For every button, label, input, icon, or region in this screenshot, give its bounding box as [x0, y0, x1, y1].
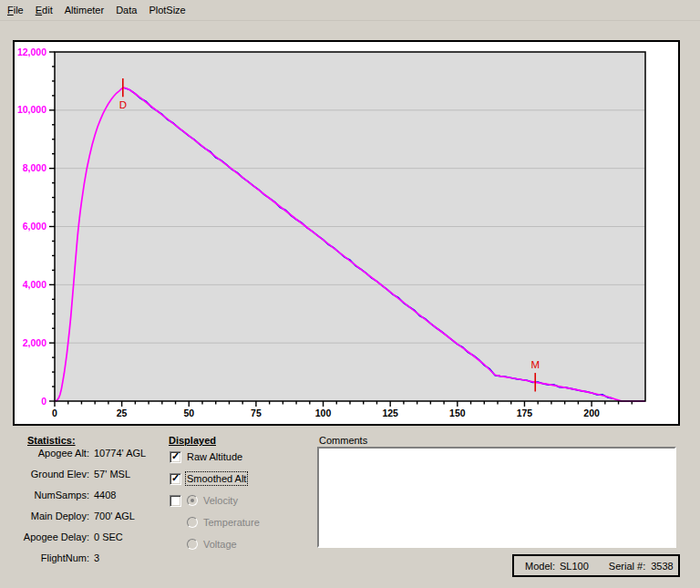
menu-bar: File Edit Altimeter Data PlotSize	[0, 0, 700, 21]
svg-text:D: D	[119, 99, 127, 110]
svg-text:M: M	[530, 359, 540, 370]
displayed-title: Displayed	[169, 435, 216, 446]
voltage-radio-icon[interactable]	[187, 539, 198, 550]
menu-file[interactable]: File	[7, 5, 24, 15]
radio-velocity[interactable]: Velocity	[187, 494, 238, 507]
svg-text:0: 0	[41, 396, 46, 407]
stat-flightnum: FlightNum:3	[15, 552, 306, 565]
raw-altitude-checkbox-icon[interactable]	[170, 451, 181, 463]
svg-text:100: 100	[315, 407, 332, 418]
altitude-chart-panel: 02,0004,0006,0008,00010,00012,0000255075…	[13, 40, 680, 426]
svg-text:150: 150	[449, 407, 466, 418]
checkbox-raw-altitude[interactable]: Raw Altitude	[170, 450, 242, 463]
svg-text:8,000: 8,000	[23, 162, 46, 173]
svg-text:75: 75	[251, 407, 262, 418]
svg-text:50: 50	[183, 407, 194, 418]
temperature-radio-icon[interactable]	[187, 517, 198, 528]
stat-numsamps: NumSamps:4408	[15, 490, 306, 502]
svg-text:125: 125	[382, 407, 398, 418]
radio-temperature[interactable]: Temperature	[187, 516, 260, 529]
svg-text:200: 200	[583, 407, 600, 418]
menu-altimeter[interactable]: Altimeter	[65, 5, 104, 15]
model-label: Model:	[525, 561, 555, 572]
model-info-box: Model: SL100 Serial #: 3538	[512, 554, 680, 577]
other-series-checkbox-icon[interactable]	[170, 495, 181, 507]
radio-voltage[interactable]: Voltage	[187, 538, 237, 551]
svg-text:6,000: 6,000	[23, 221, 46, 232]
svg-text:25: 25	[117, 407, 128, 418]
menu-plotsize[interactable]: PlotSize	[149, 5, 185, 15]
model-value: SL100	[560, 561, 589, 572]
svg-text:10,000: 10,000	[17, 104, 46, 115]
stat-main-deploy: Main Deploy:700' AGL	[15, 511, 306, 523]
flight-chart: 02,0004,0006,0008,00010,00012,0000255075…	[15, 42, 678, 424]
svg-text:175: 175	[517, 407, 533, 418]
stat-apogee-alt: Apogee Alt:10774' AGL	[15, 448, 306, 460]
svg-text:0: 0	[52, 407, 57, 418]
serial-label: Serial #:	[609, 561, 645, 572]
stat-apogee-delay: Apogee Delay:0 SEC	[15, 531, 306, 544]
svg-text:12,000: 12,000	[17, 46, 46, 57]
menu-edit[interactable]: Edit	[36, 5, 53, 15]
stat-ground-elev: Ground Elev:57' MSL	[15, 469, 306, 481]
serial-value: 3538	[651, 561, 673, 572]
menu-data[interactable]: Data	[116, 5, 137, 15]
statistics-title: Statistics:	[27, 435, 76, 446]
checkbox-smoothed-alt[interactable]: Smoothed Alt	[170, 472, 246, 485]
comments-label: Comments	[319, 435, 367, 446]
velocity-radio-icon[interactable]	[187, 495, 198, 506]
smoothed-alt-checkbox-icon[interactable]	[170, 473, 181, 485]
comments-textarea[interactable]	[317, 447, 676, 548]
svg-text:4,000: 4,000	[23, 279, 46, 290]
checkbox-other-series[interactable]	[170, 494, 187, 507]
svg-text:2,000: 2,000	[23, 337, 46, 348]
